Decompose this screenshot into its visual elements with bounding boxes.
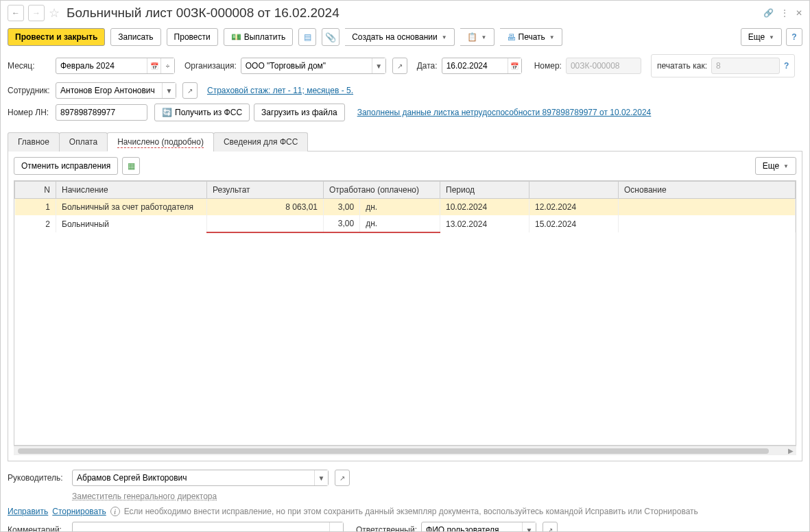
manager-dropdown-btn[interactable]: ▼	[314, 470, 328, 485]
employee-dropdown-btn[interactable]: ▼	[162, 83, 176, 98]
org-open-btn[interactable]: ↗	[392, 58, 407, 74]
info-icon: i	[110, 507, 120, 516]
help-button[interactable]: ?	[786, 28, 802, 46]
table-more-button[interactable]: Еще▼	[755, 157, 796, 175]
nav-back-button[interactable]: ←	[8, 5, 24, 21]
table-icon: ▦	[128, 161, 135, 171]
employee-label: Сотрудник:	[8, 86, 51, 95]
month-calendar-btn[interactable]: 📅	[147, 58, 160, 73]
tab-fss[interactable]: Сведения для ФСС	[213, 132, 308, 152]
print-as-label: печатать как:	[657, 61, 707, 71]
date-label: Дата:	[417, 61, 438, 71]
number-value: 00ЗК-000008	[566, 58, 641, 74]
org-input[interactable]	[241, 58, 372, 73]
comment-label: Комментарий:	[8, 525, 68, 532]
print-button[interactable]: 🖶Печать▼	[500, 28, 562, 46]
attach-button[interactable]: 📎	[322, 28, 340, 46]
menu-dots-icon[interactable]: ⋮	[781, 8, 789, 18]
table-settings-button[interactable]: ▦	[122, 157, 140, 175]
more-button[interactable]: Еще▼	[741, 28, 782, 46]
close-icon[interactable]: ✕	[796, 8, 802, 18]
date-calendar-btn[interactable]: 📅	[508, 58, 521, 73]
col-basis[interactable]: Основание	[619, 182, 796, 199]
manager-position-link[interactable]: Заместитель генерального директора	[72, 492, 217, 501]
col-accrual[interactable]: Начисление	[56, 182, 207, 199]
reverse-link[interactable]: Сторнировать	[52, 507, 106, 516]
employee-input[interactable]	[56, 83, 162, 98]
cancel-corrections-button[interactable]: Отменить исправления	[14, 157, 118, 175]
horizontal-scrollbar[interactable]: ▶	[14, 446, 796, 455]
paperclip-icon: 📎	[325, 32, 336, 43]
refresh-icon: 🔄	[162, 108, 172, 117]
responsible-open-btn[interactable]: ↗	[543, 522, 558, 532]
responsible-input[interactable]	[422, 522, 522, 532]
printer-icon: 🖶	[507, 32, 516, 43]
col-result[interactable]: Результат	[207, 182, 324, 199]
month-stepper-btn[interactable]: ÷	[160, 58, 174, 73]
employee-open-btn[interactable]: ↗	[182, 82, 198, 99]
table-row[interactable]: 2 Больничный 3,00 дн. 13.02.2024 15.02.2…	[15, 215, 796, 232]
number-label: Номер:	[534, 61, 562, 71]
date-input[interactable]	[442, 58, 508, 73]
load-file-button[interactable]: Загрузить из файла	[254, 104, 345, 121]
table-row[interactable]: 1 Больничный за счет работодателя 8 063,…	[15, 199, 796, 216]
ln-input[interactable]	[56, 105, 147, 120]
tab-main[interactable]: Главное	[8, 132, 60, 152]
tab-payment[interactable]: Оплата	[59, 132, 108, 152]
org-dropdown-btn[interactable]: ▼	[372, 58, 385, 73]
manager-open-btn[interactable]: ↗	[335, 470, 350, 486]
tab-accrued[interactable]: Начислено (подробно)	[107, 132, 214, 152]
responsible-dropdown-btn[interactable]: ▼	[522, 522, 536, 532]
comment-more-btn[interactable]: …	[329, 522, 343, 532]
col-period[interactable]: Период	[440, 182, 529, 199]
get-fss-button[interactable]: 🔄Получить из ФСС	[154, 104, 250, 121]
col-n[interactable]: N	[15, 182, 56, 199]
document-icon-button[interactable]: ▤	[298, 28, 316, 46]
comment-input[interactable]	[73, 522, 329, 532]
ln-label: Номер ЛН:	[8, 108, 51, 117]
structure-button[interactable]: 📋▼	[460, 28, 495, 46]
manager-label: Руководитель:	[8, 473, 68, 483]
col-period2[interactable]	[529, 182, 619, 199]
money-icon: 💵	[231, 32, 241, 42]
page-title: Больничный лист 00ЗК-000008 от 16.02.202…	[67, 5, 340, 21]
print-as-value: 8	[711, 58, 780, 74]
pay-button[interactable]: 💵Выплатить	[224, 28, 294, 46]
month-input[interactable]	[56, 58, 147, 73]
fix-link[interactable]: Исправить	[8, 507, 48, 516]
filled-data-link[interactable]: Заполнены данные листка нетрудоспособнос…	[357, 108, 652, 117]
org-label: Организация:	[184, 61, 237, 71]
insurance-link[interactable]: Страховой стаж: лет - 11; месяцев - 5.	[207, 86, 353, 95]
post-button[interactable]: Провести	[167, 28, 218, 46]
link-icon[interactable]: 🔗	[763, 8, 774, 18]
create-based-button[interactable]: Создать на основании▼	[345, 28, 454, 46]
info-text: Если необходимо внести исправление, но п…	[124, 507, 698, 516]
col-worked[interactable]: Отработано (оплачено)	[324, 182, 440, 199]
post-and-close-button[interactable]: Провести и закрыть	[8, 28, 105, 46]
nav-forward-button[interactable]: →	[28, 5, 45, 21]
month-label: Месяц:	[8, 61, 51, 71]
save-button[interactable]: Записать	[110, 28, 160, 46]
print-as-help-icon[interactable]: ?	[784, 61, 789, 71]
favorite-star-icon[interactable]: ☆	[49, 5, 60, 21]
manager-input[interactable]	[73, 470, 314, 485]
responsible-label: Ответственный:	[356, 525, 417, 532]
